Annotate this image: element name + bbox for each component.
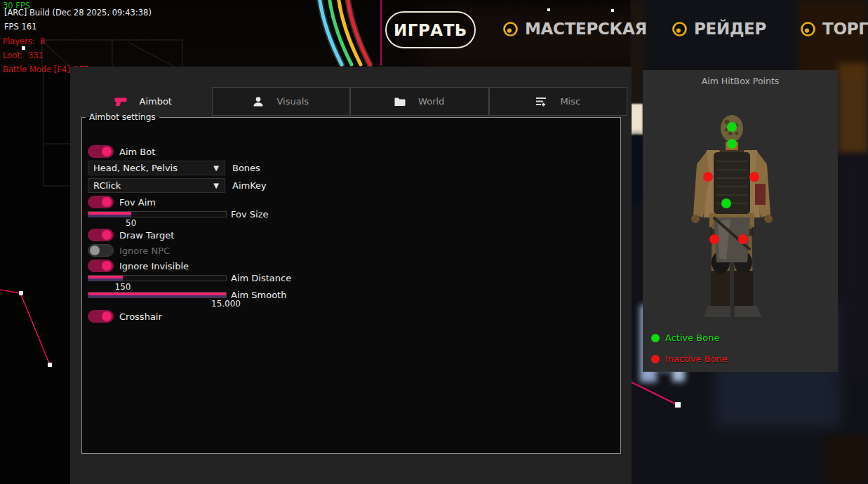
esp-dot: [19, 291, 23, 295]
esp-dot: [675, 402, 681, 408]
bones-row: Head, Neck, Pelvis ▼ Bones: [88, 161, 260, 175]
hitbox-point-head[interactable]: [727, 122, 737, 132]
tab-label: Visuals: [276, 96, 309, 107]
slider-fill: [88, 212, 131, 217]
bg-dark-right: [836, 154, 868, 379]
ignore-npc-row: Ignore NPC: [88, 244, 170, 257]
toggle-knob: [102, 261, 112, 271]
bg-navy-strip: [630, 135, 643, 205]
fps-label: FPS 161: [4, 22, 36, 32]
menu-item-trade[interactable]: ТОРГО: [800, 20, 868, 38]
coin-icon: [800, 21, 816, 37]
draw-target-row: Draw Target: [88, 229, 174, 241]
aim-bot-toggle[interactable]: [88, 145, 114, 158]
tab-label: Aimbot: [140, 96, 172, 107]
crosshair-label: Crosshair: [119, 311, 162, 322]
fov-aim-toggle[interactable]: [88, 196, 114, 208]
hitbox-panel-title: Aim HitBox Points: [643, 76, 838, 86]
aim-smooth-row: 15.000 Aim Smooth: [88, 292, 286, 300]
tab-label: Misc: [560, 96, 580, 107]
menu-item-label: ТОРГО: [822, 20, 868, 38]
active-bone-label: Active Bone: [665, 332, 719, 343]
hitbox-point-pelvis[interactable]: [721, 199, 731, 208]
ignore-npc-label: Ignore NPC: [119, 246, 170, 256]
inactive-bone-dot: [651, 355, 660, 363]
cheat-menu-panel: Aimbot Visuals World Misc: [70, 67, 632, 484]
menu-item-workshop[interactable]: МАСТЕРСКАЯ: [502, 20, 647, 38]
person-icon: [253, 96, 264, 107]
fov-size-label: Fov Size: [231, 209, 268, 220]
aimkey-row: RClick ▼ AimKey: [88, 178, 267, 193]
game-screen: 30 FPS [ARC] Build (Dec 28 2025, 09:43:3…: [0, 0, 868, 484]
bg-corner-brown: [827, 435, 868, 484]
fov-aim-row: Fov Aim: [88, 196, 156, 208]
inactive-bone-label: Inactive Bone: [665, 354, 728, 364]
build-info: [ARC] Build (Dec 28 2025, 09:43:38): [4, 8, 152, 18]
ignore-invisible-label: Ignore Invisible: [119, 261, 189, 271]
play-button-label: ИГРАТЬ: [394, 21, 467, 39]
play-button[interactable]: ИГРАТЬ: [385, 11, 476, 48]
crosshair-toggle[interactable]: [88, 310, 114, 323]
aim-distance-label: Aim Distance: [231, 273, 291, 283]
legend-active-bone: Active Bone: [651, 332, 719, 343]
fov-size-value: 50: [126, 218, 136, 228]
aim-bot-label: Aim Bot: [119, 147, 155, 157]
aim-distance-value: 150: [115, 282, 131, 292]
coin-icon: [672, 21, 688, 37]
toggle-knob: [102, 147, 112, 156]
coin-icon: [502, 21, 519, 37]
pistol-icon: [114, 97, 127, 107]
aim-smooth-value: 15.000: [211, 299, 241, 309]
toggle-knob: [102, 311, 112, 321]
esp-dot: [48, 363, 52, 367]
tab-bar: Aimbot Visuals World Misc: [74, 87, 627, 116]
menu-item-raider[interactable]: РЕЙДЕР: [672, 20, 766, 38]
hitbox-point-right-hand[interactable]: [738, 234, 748, 244]
toggle-knob: [102, 230, 112, 240]
legend-inactive-bone: Inactive Bone: [651, 354, 728, 364]
sliders-icon: [535, 96, 547, 107]
fov-size-row: 50 Fov Size: [88, 211, 268, 220]
fov-aim-label: Fov Aim: [119, 197, 156, 208]
ignore-invisible-toggle[interactable]: [88, 260, 114, 272]
draw-target-label: Draw Target: [119, 230, 174, 241]
hitbox-point-left-hand[interactable]: [709, 234, 719, 244]
chevron-down-icon: ▼: [213, 182, 225, 189]
toggle-knob: [102, 197, 112, 207]
crosshair-row: Crosshair: [88, 310, 162, 323]
hitbox-point-left-shoulder[interactable]: [703, 172, 713, 182]
tab-aimbot[interactable]: Aimbot: [74, 87, 212, 116]
bones-dropdown[interactable]: Head, Neck, Pelvis ▼: [88, 161, 225, 175]
bg-rock-right: [838, 63, 868, 154]
active-bone-dot: [651, 334, 660, 342]
ignore-npc-toggle[interactable]: [88, 244, 114, 257]
menu-item-label: РЕЙДЕР: [694, 20, 766, 38]
folder-icon: [394, 97, 406, 107]
tab-world[interactable]: World: [350, 87, 489, 116]
hitbox-point-right-shoulder[interactable]: [749, 172, 759, 182]
bg-bright-window: [631, 104, 643, 135]
toggle-knob: [90, 246, 100, 255]
group-title: Aimbot settings: [86, 112, 159, 122]
aim-bot-row: Aim Bot: [88, 145, 155, 158]
loot-count: Loot: 331: [3, 51, 44, 60]
bones-value: Head, Neck, Pelvis: [88, 163, 213, 173]
menu-item-label: МАСТЕРСКАЯ: [525, 20, 647, 38]
aimbot-settings-group: Aimbot settings Aim Bot Head, Neck, Pelv…: [81, 112, 621, 454]
aimkey-dropdown[interactable]: RClick ▼: [88, 178, 225, 193]
ignore-invisible-row: Ignore Invisible: [88, 260, 189, 272]
hitbox-point-neck[interactable]: [727, 139, 737, 149]
aim-smooth-slider[interactable]: 15.000: [88, 292, 227, 298]
aim-distance-slider[interactable]: 150: [88, 275, 227, 281]
draw-target-toggle[interactable]: [88, 229, 114, 241]
aimkey-label: AimKey: [232, 180, 267, 191]
aimkey-value: RClick: [88, 180, 213, 191]
tab-visuals[interactable]: Visuals: [212, 87, 351, 116]
aim-distance-row: 150 Aim Distance: [88, 275, 291, 283]
aim-hitbox-panel: Aim HitBox Points: [643, 70, 838, 372]
players-count: Players: 8: [3, 36, 45, 46]
slider-fill: [88, 293, 226, 297]
tab-misc[interactable]: Misc: [489, 87, 628, 116]
tab-label: World: [418, 96, 444, 107]
fov-size-slider[interactable]: 50: [88, 211, 227, 217]
